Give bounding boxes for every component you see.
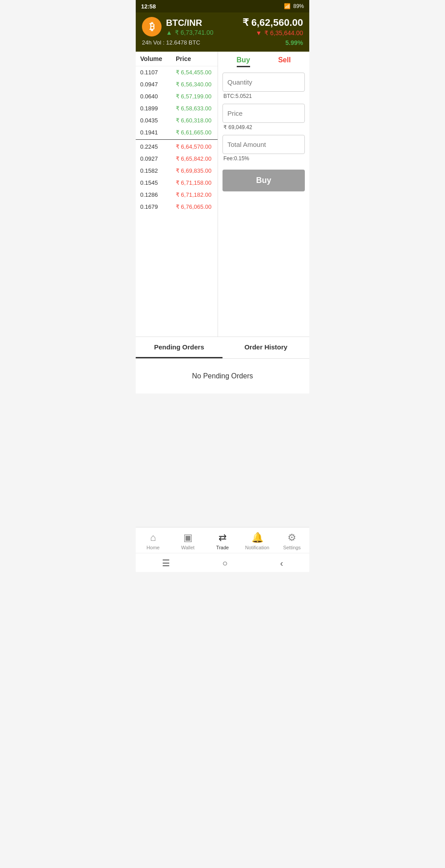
list-item: 0.1899 ₹ 6,58,633.00 (136, 102, 218, 114)
trade-icon: ⇄ (218, 532, 227, 544)
change-percent: 5.99% (285, 39, 303, 46)
header: ₿ BTC/INR ▲ ₹ 6,73,741.00 ₹ 6,62,560.00 … (136, 12, 309, 52)
quantity-group: BTC:5.0521 (222, 73, 305, 99)
nav-wallet[interactable]: ▣ Wallet (170, 532, 205, 550)
notification-icon: 🔔 (251, 532, 263, 544)
up-arrow-icon: ▲ (166, 29, 172, 36)
order-book: Volume Price 0.1107 ₹ 6,54,455.00 0.0947… (136, 52, 218, 337)
trading-pair: BTC/INR (166, 18, 214, 28)
nav-settings[interactable]: ⚙ Settings (275, 532, 309, 550)
list-item: 0.1545 ₹ 6,71,158.00 (136, 177, 218, 189)
back-button[interactable]: ‹ (280, 558, 283, 568)
tab-order-history[interactable]: Order History (222, 337, 309, 358)
low-price: ▼ ₹ 6,35,644.00 (243, 29, 303, 37)
tab-pending-orders[interactable]: Pending Orders (136, 337, 222, 358)
total-amount-group: Fee:0.15% (222, 135, 305, 162)
nav-home[interactable]: ⌂ Home (136, 532, 170, 550)
settings-icon: ⚙ (287, 532, 296, 544)
price-header: Price (176, 55, 213, 62)
price-group: ₹ 69,049.42 (222, 104, 305, 130)
notification-label: Notification (245, 545, 269, 550)
bitcoin-icon: ₿ (142, 17, 162, 37)
empty-space (136, 393, 309, 527)
trade-label: Trade (216, 545, 229, 550)
list-item: 0.0927 ₹ 6,65,842.00 (136, 153, 218, 165)
list-item: 0.1941 ₹ 6,61,665.00 (136, 126, 218, 138)
home-button[interactable]: ○ (222, 558, 228, 568)
orders-tabs: Pending Orders Order History (136, 337, 309, 359)
no-pending-orders-text: No Pending Orders (136, 359, 309, 393)
nav-notification[interactable]: 🔔 Notification (240, 532, 275, 550)
high-price: ▲ ₹ 6,73,741.00 (166, 29, 214, 36)
status-icons: 📶 89% (284, 3, 304, 9)
android-nav-bar: ☰ ○ ‹ (136, 553, 309, 572)
trade-panel: Buy Sell BTC:5.0521 ₹ 69,049.42 Fee:0.15… (218, 52, 309, 337)
tab-buy[interactable]: Buy (237, 56, 250, 67)
wifi-icon: 📶 (284, 3, 291, 9)
main-content: Volume Price 0.1107 ₹ 6,54,455.00 0.0947… (136, 52, 309, 337)
list-item: 0.1582 ₹ 6,69,835.00 (136, 165, 218, 177)
quantity-hint: BTC:5.0521 (222, 93, 305, 99)
list-item: 0.1107 ₹ 6,54,455.00 (136, 66, 218, 78)
quantity-input[interactable] (222, 73, 305, 92)
list-item: 0.2245 ₹ 6,64,570.00 (136, 141, 218, 153)
wallet-icon: ▣ (183, 532, 193, 544)
trade-tabs: Buy Sell (222, 52, 305, 67)
price-input[interactable] (222, 104, 305, 123)
volume-header: Volume (140, 55, 176, 62)
nav-trade[interactable]: ⇄ Trade (205, 532, 240, 550)
buy-orders: 0.1107 ₹ 6,54,455.00 0.0947 ₹ 6,56,340.0… (136, 66, 218, 138)
home-label: Home (146, 545, 159, 550)
list-item: 0.0435 ₹ 6,60,318.00 (136, 114, 218, 126)
recent-apps-button[interactable]: ☰ (162, 558, 170, 568)
home-icon: ⌂ (150, 532, 156, 544)
total-amount-input[interactable] (222, 135, 305, 154)
down-arrow-icon: ▼ (255, 29, 262, 37)
current-price: ₹ 6,62,560.00 (243, 17, 303, 28)
list-item: 0.1679 ₹ 6,76,065.00 (136, 201, 218, 213)
settings-label: Settings (283, 545, 301, 550)
status-bar: 12:58 📶 89% (136, 0, 309, 12)
list-item: 0.0947 ₹ 6,56,340.00 (136, 78, 218, 90)
tab-sell[interactable]: Sell (278, 56, 291, 67)
fee-hint: Fee:0.15% (222, 155, 305, 162)
volume-text: 24h Vol : 12.6478 BTC (142, 39, 200, 46)
list-item: 0.1286 ₹ 6,71,182.00 (136, 189, 218, 201)
price-hint: ₹ 69,049.42 (222, 124, 305, 130)
sell-orders: 0.2245 ₹ 6,64,570.00 0.0927 ₹ 6,65,842.0… (136, 141, 218, 213)
orders-section: Pending Orders Order History No Pending … (136, 337, 309, 393)
wallet-label: Wallet (181, 545, 194, 550)
list-item: 0.0640 ₹ 6,57,199.00 (136, 90, 218, 102)
battery-icon: 89% (293, 3, 304, 9)
order-book-divider (136, 139, 218, 140)
buy-button[interactable]: Buy (222, 170, 305, 191)
bottom-nav: ⌂ Home ▣ Wallet ⇄ Trade 🔔 Notification ⚙… (136, 527, 309, 553)
status-time: 12:58 (141, 3, 156, 10)
